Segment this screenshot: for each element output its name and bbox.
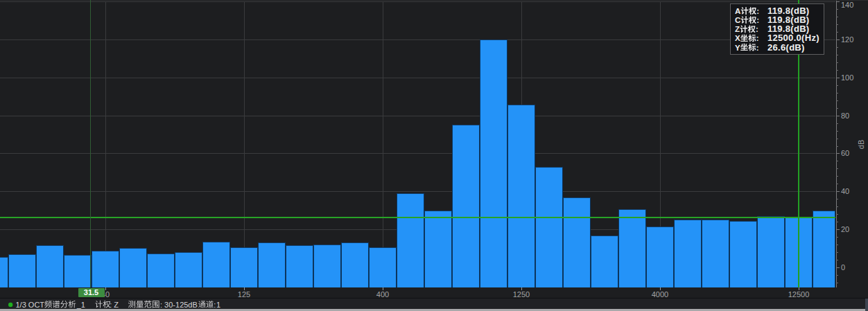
svg-text:_1: _1 bbox=[76, 301, 85, 309]
svg-text:X: X bbox=[735, 34, 740, 42]
svg-text::: : bbox=[214, 301, 216, 309]
svg-text::: : bbox=[756, 25, 758, 33]
svg-text:: 30-125dB: : 30-125dB bbox=[160, 301, 198, 309]
svg-text::: : bbox=[756, 34, 759, 42]
svg-text:A: A bbox=[735, 7, 740, 15]
svg-text:26.6(dB): 26.6(dB) bbox=[767, 42, 805, 53]
svg-text:C: C bbox=[735, 16, 740, 24]
svg-text:1/3 OCT: 1/3 OCT bbox=[16, 301, 45, 309]
svg-text:Y: Y bbox=[735, 44, 740, 52]
svg-text::: : bbox=[756, 16, 759, 24]
svg-text::: : bbox=[756, 44, 759, 52]
svg-text::: : bbox=[756, 7, 759, 15]
svg-text:Z: Z bbox=[735, 25, 740, 33]
svg-text:: Z: : Z bbox=[110, 301, 119, 309]
svg-text:1: 1 bbox=[216, 301, 220, 309]
